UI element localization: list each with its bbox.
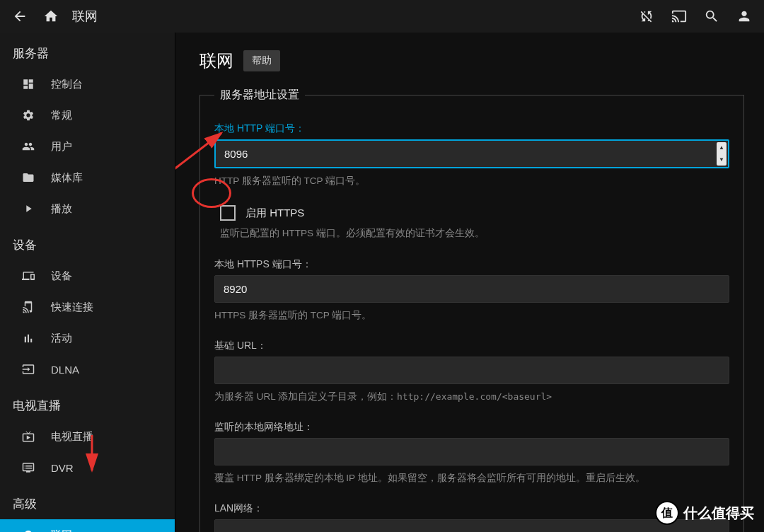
lan-networks-label: LAN网络： <box>214 502 729 515</box>
http-port-help: HTTP 服务器监听的 TCP 端口号。 <box>214 174 729 188</box>
topbar-right <box>632 2 758 30</box>
sidebar-item-label: 播放 <box>51 202 72 216</box>
sidebar-item-libraries[interactable]: 媒体库 <box>0 162 175 193</box>
sidebar-item-label: 设备 <box>51 270 72 283</box>
topbar-title: 联网 <box>72 8 98 25</box>
main-content: 联网 帮助 服务器地址设置 本地 HTTP 端口号： ▲▼ HTTP 服务器监听… <box>175 33 764 532</box>
sidebar-section-livetv: 电视直播 <box>0 385 175 421</box>
user-button[interactable] <box>730 2 758 30</box>
home-button[interactable] <box>37 2 65 30</box>
sidebar-section-devices: 设备 <box>0 224 175 260</box>
sidebar: 服务器 控制台 常规 用户 媒体库 播放 设备 设备 快速连接 <box>0 33 175 532</box>
cast-icon <box>671 8 687 24</box>
page-header: 联网 帮助 <box>175 50 764 88</box>
group-legend: 服务器地址设置 <box>214 88 305 103</box>
field-lan-networks: LAN网络： 在强制带宽限制时，认作本地网络上的 IP 地址或 IP/网络掩码条… <box>214 502 729 532</box>
search-icon <box>704 8 719 24</box>
play-icon <box>21 202 35 216</box>
cloud-icon <box>21 528 35 532</box>
page-title: 联网 <box>199 50 233 72</box>
watermark: 值 什么值得买 <box>655 501 754 525</box>
base-url-help: 为服务器 URL 添加自定义子目录，例如：http://example.com/… <box>214 390 729 404</box>
field-bind-addr: 监听的本地网络地址： 覆盖 HTTP 服务器绑定的本地 IP 地址。如果留空，服… <box>214 421 729 485</box>
enable-https-label: 启用 HTTPS <box>245 207 304 220</box>
base-url-label: 基础 URL： <box>214 340 729 352</box>
topbar: 联网 <box>0 0 764 33</box>
sync-disabled-icon <box>639 8 654 24</box>
sidebar-item-label: 电视直播 <box>51 430 93 444</box>
sidebar-item-networking[interactable]: 联网 <box>0 519 175 532</box>
sidebar-item-users[interactable]: 用户 <box>0 131 175 162</box>
http-port-input[interactable] <box>214 139 729 168</box>
search-button[interactable] <box>698 2 726 30</box>
sidebar-item-label: 媒体库 <box>51 171 83 185</box>
sidebar-item-label: DLNA <box>51 364 79 376</box>
sidebar-item-label: DVR <box>51 462 74 474</box>
help-button[interactable]: 帮助 <box>243 50 280 71</box>
sidebar-item-dvr[interactable]: DVR <box>0 452 175 483</box>
sidebar-item-label: 用户 <box>51 140 72 154</box>
field-base-url: 基础 URL： 为服务器 URL 添加自定义子目录，例如：http://exam… <box>214 340 729 404</box>
dashboard-icon <box>21 77 35 91</box>
sidebar-item-playback[interactable]: 播放 <box>0 193 175 224</box>
sync-disabled-button[interactable] <box>632 2 661 30</box>
base-url-input[interactable] <box>214 357 729 384</box>
watermark-badge: 值 <box>655 501 679 525</box>
sidebar-item-label: 活动 <box>51 332 72 345</box>
sidebar-item-devices[interactable]: 设备 <box>0 260 175 291</box>
folder-icon <box>21 170 35 185</box>
tap-and-play-icon <box>21 300 35 314</box>
sidebar-item-quickconnect[interactable]: 快速连接 <box>0 291 175 323</box>
https-port-label: 本地 HTTPS 端口号： <box>214 258 729 271</box>
sidebar-item-activity[interactable]: 活动 <box>0 323 175 354</box>
gear-icon <box>21 108 35 122</box>
server-address-group: 服务器地址设置 本地 HTTP 端口号： ▲▼ HTTP 服务器监听的 TCP … <box>199 88 744 532</box>
watermark-text: 什么值得买 <box>683 504 754 523</box>
sidebar-item-label: 常规 <box>51 109 72 122</box>
home-icon <box>43 8 59 24</box>
bind-addr-label: 监听的本地网络地址： <box>214 421 729 434</box>
https-port-help: HTTPS 服务器监听的 TCP 端口号。 <box>214 308 729 323</box>
lan-networks-input[interactable] <box>214 519 729 532</box>
sidebar-item-livetv[interactable]: 电视直播 <box>0 421 175 452</box>
enable-https-checkbox[interactable] <box>220 205 236 221</box>
back-button[interactable] <box>6 2 34 30</box>
dvr-icon <box>21 461 35 475</box>
bind-addr-help: 覆盖 HTTP 服务器绑定的本地 IP 地址。如果留空，服务器将会监听所有可用的… <box>214 471 729 485</box>
input-icon <box>21 362 35 376</box>
bind-addr-input[interactable] <box>214 438 729 466</box>
https-port-input[interactable] <box>214 275 729 303</box>
number-spinner[interactable]: ▲▼ <box>717 142 727 166</box>
bars-icon <box>21 331 35 345</box>
arrow-left-icon <box>12 8 28 24</box>
http-port-label: 本地 HTTP 端口号： <box>214 122 729 135</box>
livetv-icon <box>21 429 35 444</box>
sidebar-item-general[interactable]: 常规 <box>0 100 175 131</box>
enable-https-help: 监听已配置的 HTTPS 端口。必须配置有效的证书才会生效。 <box>220 226 729 241</box>
person-icon <box>736 8 752 24</box>
field-enable-https: 启用 HTTPS 监听已配置的 HTTPS 端口。必须配置有效的证书才会生效。 <box>214 205 729 241</box>
devices-icon <box>21 269 35 283</box>
sidebar-item-label: 控制台 <box>51 78 83 91</box>
sidebar-item-label: 快速连接 <box>51 301 93 314</box>
field-http-port: 本地 HTTP 端口号： ▲▼ HTTP 服务器监听的 TCP 端口号。 <box>214 122 729 188</box>
users-icon <box>21 139 35 154</box>
sidebar-section-server: 服务器 <box>0 33 175 69</box>
sidebar-item-dashboard[interactable]: 控制台 <box>0 69 175 100</box>
field-https-port: 本地 HTTPS 端口号： HTTPS 服务器监听的 TCP 端口号。 <box>214 258 729 323</box>
sidebar-item-label: 联网 <box>51 528 72 533</box>
sidebar-section-advanced: 高级 <box>0 483 175 519</box>
topbar-left: 联网 <box>6 2 98 30</box>
cast-button[interactable] <box>665 2 693 30</box>
sidebar-item-dlna[interactable]: DLNA <box>0 354 175 385</box>
